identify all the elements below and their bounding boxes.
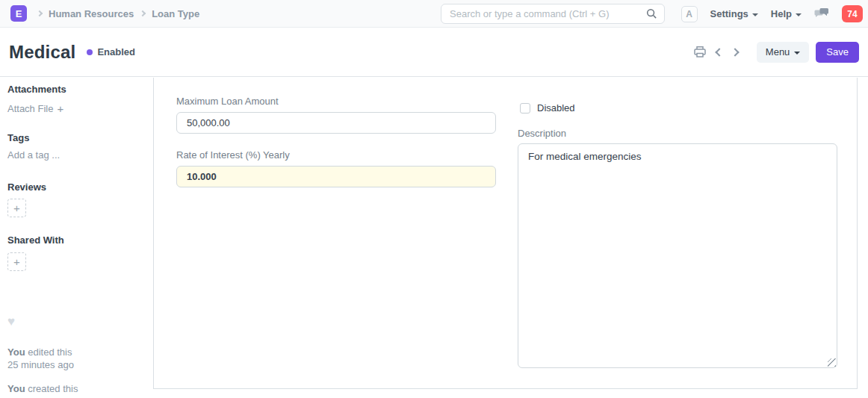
chat-icon[interactable] (814, 7, 829, 21)
help-menu[interactable]: Help (771, 8, 802, 19)
status-badge: Enabled (97, 46, 135, 57)
activity-when: 25 minutes ago (7, 395, 143, 398)
printer-icon (693, 46, 707, 58)
activity-who: You (7, 346, 25, 358)
user-avatar[interactable]: A (681, 6, 698, 22)
next-document-button[interactable] (731, 48, 740, 57)
activity-created[interactable]: You created this 25 minutes ago (7, 382, 143, 398)
reviews-heading: Reviews (7, 181, 143, 193)
disabled-checkbox[interactable] (520, 103, 530, 114)
global-search (441, 4, 665, 24)
status-dot (87, 49, 93, 55)
chevron-right-icon (731, 48, 739, 56)
chevron-down-icon (752, 13, 758, 16)
form-sidebar: Attachments Attach File + Tags Add a tag… (0, 78, 153, 398)
description-label: Description (518, 128, 837, 139)
page-title: Medical (9, 42, 75, 63)
menu-button-label: Menu (766, 46, 790, 57)
maximum-loan-amount-label: Maximum Loan Amount (176, 96, 496, 107)
attachments-heading: Attachments (7, 84, 143, 95)
previous-document-button[interactable] (715, 48, 724, 57)
search-icon (646, 8, 657, 19)
page-head: Medical Enabled Menu Save (0, 28, 868, 77)
form-column-right: Disabled Description For medical emergen… (518, 78, 837, 368)
form-column-left: Maximum Loan Amount Rate of Interest (%)… (176, 78, 496, 187)
activity-action: created this (28, 383, 78, 394)
notification-badge[interactable]: 74 (842, 5, 863, 22)
plus-icon: + (13, 255, 20, 268)
maximum-loan-amount-input[interactable] (176, 112, 496, 134)
help-label: Help (771, 8, 792, 19)
search-input[interactable] (450, 8, 646, 19)
breadcrumb-human-resources[interactable]: Human Resources (49, 8, 134, 19)
settings-menu[interactable]: Settings (710, 8, 758, 19)
breadcrumb-chevron-icon (37, 10, 43, 16)
tags-heading: Tags (7, 132, 143, 143)
add-tag-input[interactable]: Add a tag ... (7, 149, 143, 161)
share-button[interactable]: + (7, 252, 26, 271)
navbar: E Human Resources Loan Type A Settings H… (0, 0, 868, 28)
description-textarea[interactable]: For medical emergencies (518, 143, 837, 368)
activity-edited[interactable]: You edited this 25 minutes ago (7, 346, 143, 371)
breadcrumb-chevron-icon (140, 10, 146, 16)
settings-label: Settings (710, 8, 748, 19)
like-heart-icon[interactable]: ♥ (7, 314, 143, 329)
activity-action: edited this (28, 346, 72, 358)
plus-icon: + (13, 202, 20, 214)
app-logo[interactable]: E (10, 5, 27, 22)
activity-who: You (7, 383, 25, 394)
disabled-checkbox-row[interactable]: Disabled (518, 102, 837, 114)
add-review-button[interactable]: + (7, 199, 26, 217)
description-field: For medical emergencies (518, 143, 837, 368)
chevron-down-icon (794, 52, 800, 55)
disabled-checkbox-label: Disabled (537, 102, 575, 114)
attach-file-label: Attach File (7, 103, 53, 114)
form-body: Maximum Loan Amount Rate of Interest (%)… (153, 78, 858, 389)
rate-of-interest-input[interactable] (176, 166, 496, 187)
activity-when: 25 minutes ago (7, 358, 143, 371)
plus-icon: + (57, 102, 63, 115)
rate-of-interest-label: Rate of Interest (%) Yearly (176, 149, 496, 161)
menu-button[interactable]: Menu (757, 42, 810, 63)
save-button[interactable]: Save (816, 42, 859, 63)
chevron-left-icon (715, 48, 723, 56)
chevron-down-icon (796, 13, 802, 16)
attach-file-button[interactable]: Attach File + (7, 102, 143, 115)
shared-with-heading: Shared With (7, 234, 143, 246)
breadcrumb-loan-type[interactable]: Loan Type (152, 8, 199, 19)
print-button[interactable] (692, 44, 708, 60)
